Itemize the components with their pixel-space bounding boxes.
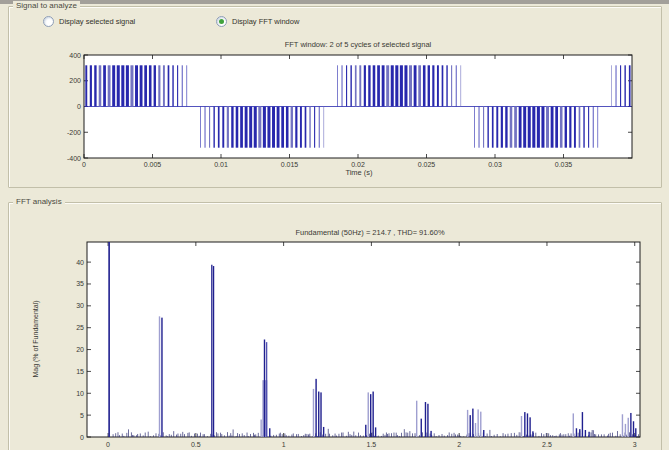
svg-text:0.01: 0.01 xyxy=(214,161,228,168)
svg-text:0.035: 0.035 xyxy=(555,161,573,168)
svg-text:-400: -400 xyxy=(67,155,81,162)
fft-plot-ylabel: Mag (% of Fundamental) xyxy=(32,259,42,419)
svg-text:0.015: 0.015 xyxy=(281,161,299,168)
powergui-fft-tool-window: { "window": { "top_strip": true }, "colo… xyxy=(0,0,669,450)
svg-text:0: 0 xyxy=(106,441,110,448)
fft-plot-title: Fundamental (50Hz) = 214.7 , THD= 91.60% xyxy=(160,228,580,237)
svg-text:400: 400 xyxy=(69,52,81,59)
svg-text:5: 5 xyxy=(80,412,84,419)
svg-text:25: 25 xyxy=(76,324,84,331)
svg-text:1: 1 xyxy=(282,441,286,448)
svg-text:200: 200 xyxy=(69,77,81,84)
plots-canvas: 00.0050.010.0150.020.0250.030.0354002000… xyxy=(0,0,669,450)
svg-text:1.5: 1.5 xyxy=(367,441,377,448)
svg-text:-200: -200 xyxy=(67,129,81,136)
svg-text:0.025: 0.025 xyxy=(418,161,436,168)
signal-plot-xlabel: Time (s) xyxy=(328,168,390,177)
svg-text:40: 40 xyxy=(76,259,84,266)
svg-text:2: 2 xyxy=(457,441,461,448)
svg-text:0.02: 0.02 xyxy=(351,161,365,168)
svg-text:20: 20 xyxy=(76,346,84,353)
svg-text:2.5: 2.5 xyxy=(542,441,552,448)
svg-text:35: 35 xyxy=(76,280,84,287)
svg-text:0.5: 0.5 xyxy=(191,441,201,448)
svg-text:0: 0 xyxy=(77,103,81,110)
svg-text:0.03: 0.03 xyxy=(488,161,502,168)
svg-text:3: 3 xyxy=(633,441,637,448)
svg-text:0: 0 xyxy=(80,434,84,441)
svg-text:15: 15 xyxy=(76,368,84,375)
svg-text:30: 30 xyxy=(76,302,84,309)
signal-plot-title: FFT window: 2 of 5 cycles of selected si… xyxy=(130,40,586,49)
svg-text:10: 10 xyxy=(76,390,84,397)
svg-text:0.005: 0.005 xyxy=(144,161,162,168)
svg-text:0: 0 xyxy=(82,161,86,168)
